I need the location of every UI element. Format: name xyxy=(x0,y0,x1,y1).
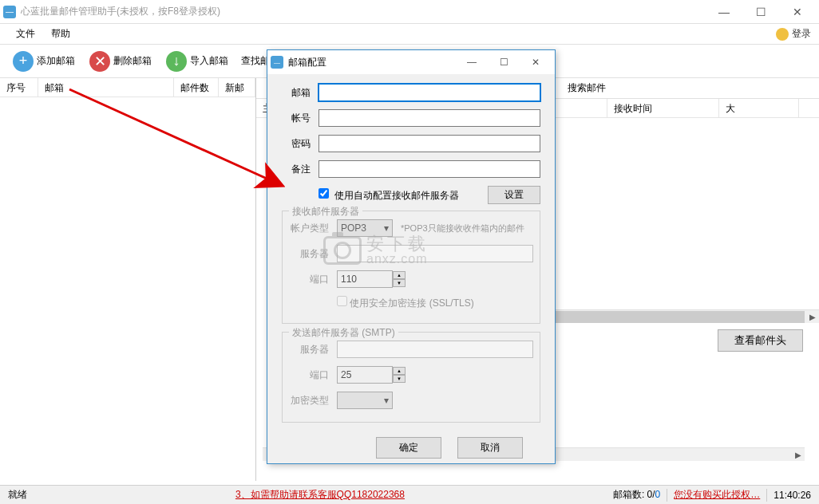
find-mailbox-label: 查找邮 xyxy=(241,54,270,68)
statusbar: 就绪 3、如需帮助请联系客服QQ1182022368 邮箱数: 0/0 您没有购… xyxy=(0,485,819,504)
x-icon: ✕ xyxy=(89,51,110,72)
recv-server-legend: 接收邮件服务器 xyxy=(289,205,362,219)
col-seq[interactable]: 序号 xyxy=(0,78,38,96)
login-link[interactable]: 登录 xyxy=(776,27,811,41)
send-server-legend: 发送邮件服务器 (SMTP) xyxy=(289,326,398,340)
encrypt-select xyxy=(337,392,393,409)
settings-button[interactable]: 设置 xyxy=(488,186,540,204)
recv-server-fieldset: 接收邮件服务器 帐户类型 POP3 *POP3只能接收收件箱内的邮件 服务器 端… xyxy=(282,211,540,324)
status-right: 邮箱数: 0/0 您没有购买此授权… 11:40:26 xyxy=(613,488,811,502)
dialog-footer: 确定 取消 xyxy=(282,431,540,459)
send-port-input xyxy=(337,366,393,384)
app-icon xyxy=(3,6,16,18)
encrypt-label: 加密类型 xyxy=(289,394,337,408)
menu-help[interactable]: 帮助 xyxy=(43,24,78,44)
plus-icon: + xyxy=(13,51,34,72)
menubar: 文件 帮助 登录 xyxy=(0,24,819,45)
mailbox-count-label: 邮箱数: 0/0 xyxy=(613,488,660,502)
no-auth-link[interactable]: 您没有购买此授权… xyxy=(674,488,760,502)
status-help-link[interactable]: 3、如需帮助请联系客服QQ1182022368 xyxy=(27,488,613,502)
account-label: 帐号 xyxy=(282,112,318,125)
col-mailbox[interactable]: 邮箱 xyxy=(38,78,174,96)
titlebar: 心蓝批量邮件管理助手(未授权，按F8登录授权) — ☐ ✕ xyxy=(0,0,819,24)
import-mailbox-label: 导入邮箱 xyxy=(190,54,228,68)
left-table-header: 序号 邮箱 邮件数 新邮 xyxy=(0,78,255,97)
add-mailbox-label: 添加邮箱 xyxy=(37,54,75,68)
recv-port-input xyxy=(337,270,393,288)
scroll-right-icon[interactable]: ▶ xyxy=(791,448,805,462)
col-received[interactable]: 接收时间 xyxy=(607,99,719,117)
recv-port-spinner: ▲▼ xyxy=(393,271,406,287)
send-port-spinner: ▲▼ xyxy=(393,367,406,383)
pop3-hint: *POP3只能接收收件箱内的邮件 xyxy=(401,222,524,234)
user-icon xyxy=(776,28,789,41)
download-icon: ↓ xyxy=(166,51,187,72)
maximize-button[interactable]: ☐ xyxy=(742,0,779,24)
auto-config-checkbox-label[interactable]: 使用自动配置接收邮件服务器 xyxy=(318,188,459,203)
dialog-close-button[interactable]: ✕ xyxy=(520,51,552,73)
send-server-input xyxy=(337,341,533,358)
status-ready: 就绪 xyxy=(8,488,27,502)
import-mailbox-button[interactable]: ↓ 导入邮箱 xyxy=(160,48,235,75)
minimize-button[interactable]: — xyxy=(706,0,742,24)
account-input[interactable] xyxy=(318,109,540,127)
dialog-titlebar[interactable]: 邮箱配置 — ☐ ✕ xyxy=(267,50,555,74)
view-header-button[interactable]: 查看邮件头 xyxy=(718,329,803,352)
recv-server-label: 服务器 xyxy=(289,247,337,261)
divider xyxy=(766,489,767,502)
divider xyxy=(667,489,667,502)
left-panel: 序号 邮箱 邮件数 新邮 xyxy=(0,78,256,481)
password-input[interactable] xyxy=(318,135,540,152)
password-label: 密码 xyxy=(282,137,318,151)
mailbox-input[interactable] xyxy=(318,84,540,101)
send-port-label: 端口 xyxy=(289,368,337,382)
ok-button[interactable]: 确定 xyxy=(376,437,441,459)
search-mail-label: 搜索邮件 xyxy=(560,81,614,95)
delete-mailbox-button[interactable]: ✕ 删除邮箱 xyxy=(83,48,158,75)
window-controls: — ☐ ✕ xyxy=(706,0,816,24)
mailbox-label: 邮箱 xyxy=(282,86,318,100)
acct-type-select: POP3 xyxy=(337,219,393,237)
menu-file[interactable]: 文件 xyxy=(8,24,43,44)
mailbox-config-dialog: 邮箱配置 — ☐ ✕ 邮箱 帐号 密码 备注 使用自动配置接收邮件服务器 设置 … xyxy=(267,49,556,464)
add-mailbox-button[interactable]: + 添加邮箱 xyxy=(6,48,81,75)
delete-mailbox-label: 删除邮箱 xyxy=(113,54,152,68)
col-new[interactable]: 新邮 xyxy=(219,78,255,96)
remark-input[interactable] xyxy=(318,160,540,178)
col-size[interactable]: 大 xyxy=(719,99,799,117)
send-server-label: 服务器 xyxy=(289,343,337,356)
recv-server-input xyxy=(337,245,533,262)
col-count[interactable]: 邮件数 xyxy=(174,78,219,96)
dialog-icon xyxy=(271,56,283,69)
recv-port-label: 端口 xyxy=(289,273,337,286)
auto-config-checkbox[interactable] xyxy=(318,188,329,199)
cancel-button[interactable]: 取消 xyxy=(457,437,523,459)
window-title: 心蓝批量邮件管理助手(未授权，按F8登录授权) xyxy=(21,5,706,18)
dialog-maximize-button[interactable]: ☐ xyxy=(488,51,520,73)
dialog-minimize-button[interactable]: — xyxy=(456,51,488,73)
acct-type-label: 帐户类型 xyxy=(289,222,337,235)
send-server-fieldset: 发送邮件服务器 (SMTP) 服务器 端口 ▲▼ 加密类型 xyxy=(282,332,540,423)
ssl-checkbox-label: 使用安全加密连接 (SSL/TLS) xyxy=(337,296,474,310)
ssl-checkbox xyxy=(337,296,347,306)
dialog-title: 邮箱配置 xyxy=(288,56,456,69)
login-label: 登录 xyxy=(792,27,811,41)
close-button[interactable]: ✕ xyxy=(779,0,816,24)
dialog-body: 邮箱 帐号 密码 备注 使用自动配置接收邮件服务器 设置 接收邮件服务器 帐户类… xyxy=(267,74,555,468)
status-time: 11:40:26 xyxy=(774,490,811,501)
scroll-right-icon[interactable]: ▶ xyxy=(805,310,819,324)
remark-label: 备注 xyxy=(282,163,318,176)
